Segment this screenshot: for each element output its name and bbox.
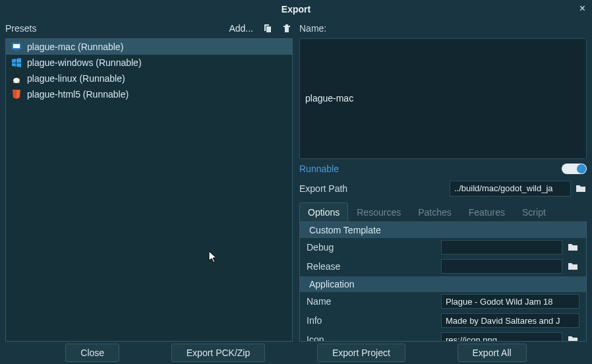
export-all-button[interactable]: Export All (458, 344, 527, 362)
folder-icon[interactable] (568, 335, 579, 342)
preset-item-windows[interactable]: plague-windows (Runnable) (6, 55, 292, 71)
mac-icon (11, 42, 22, 52)
app-icon-field[interactable]: res://icon.png (441, 332, 562, 342)
copy-preset-icon[interactable] (261, 22, 273, 34)
debug-label: Debug (307, 242, 436, 253)
folder-icon[interactable] (575, 183, 587, 195)
svg-rect-2 (15, 50, 18, 51)
preset-list[interactable]: plague-mac (Runnable) plague-windows (Ru… (5, 38, 293, 342)
release-label: Release (307, 261, 436, 272)
folder-icon[interactable] (568, 262, 579, 271)
preset-item-label: plague-windows (Runnable) (27, 57, 142, 68)
preset-item-label: plague-html5 (Runnable) (27, 89, 129, 100)
release-field[interactable] (441, 259, 562, 274)
app-info-label: Info (307, 315, 436, 326)
export-path-input[interactable] (450, 181, 571, 197)
folder-icon[interactable] (568, 243, 579, 252)
tab-features[interactable]: Features (460, 202, 514, 222)
window-title: Export (281, 4, 311, 15)
close-icon[interactable]: × (579, 3, 585, 15)
preset-item-html5[interactable]: plague-html5 (Runnable) (6, 86, 292, 102)
section-custom-template: Custom Template (300, 222, 586, 238)
app-icon-label: Icon (307, 334, 436, 342)
preset-item-mac[interactable]: plague-mac (Runnable) (6, 39, 292, 55)
options-panel[interactable]: Custom Template Debug Release Applicatio… (299, 222, 587, 342)
export-pck-button[interactable]: Export PCK/Zip (171, 344, 265, 362)
tab-resources[interactable]: Resources (348, 202, 409, 222)
presets-heading: Presets (5, 23, 36, 34)
tab-script[interactable]: Script (514, 202, 554, 222)
app-name-label: Name (307, 296, 436, 307)
linux-icon (11, 73, 22, 84)
section-application: Application (300, 276, 586, 292)
footer: Close Export PCK/Zip Export Project Expo… (0, 342, 592, 364)
app-info-field[interactable]: Made by David Saltares and J (441, 313, 579, 328)
preset-item-linux[interactable]: plague-linux (Runnable) (6, 71, 292, 86)
debug-field[interactable] (441, 240, 562, 255)
runnable-label: Runnable (299, 164, 339, 174)
svg-rect-1 (13, 44, 20, 48)
export-project-button[interactable]: Export Project (317, 344, 405, 362)
tab-patches[interactable]: Patches (409, 202, 460, 222)
name-label: Name: (299, 23, 326, 34)
app-name-field[interactable]: Plague - Godot Wild Jam 18 (441, 294, 579, 309)
close-button[interactable]: Close (65, 344, 119, 362)
preset-item-label: plague-linux (Runnable) (27, 73, 125, 84)
html5-icon (11, 89, 22, 100)
tab-options[interactable]: Options (299, 202, 348, 222)
name-input[interactable] (299, 38, 587, 159)
delete-preset-icon[interactable] (281, 22, 293, 34)
windows-icon (11, 57, 22, 68)
export-path-label: Export Path (299, 183, 347, 194)
preset-item-label: plague-mac (Runnable) (27, 42, 123, 52)
titlebar: Export × (0, 0, 592, 18)
runnable-toggle[interactable] (562, 164, 587, 174)
options-tabs: Options Resources Patches Features Scrip… (299, 202, 587, 222)
add-preset-button[interactable]: Add... (229, 23, 253, 34)
